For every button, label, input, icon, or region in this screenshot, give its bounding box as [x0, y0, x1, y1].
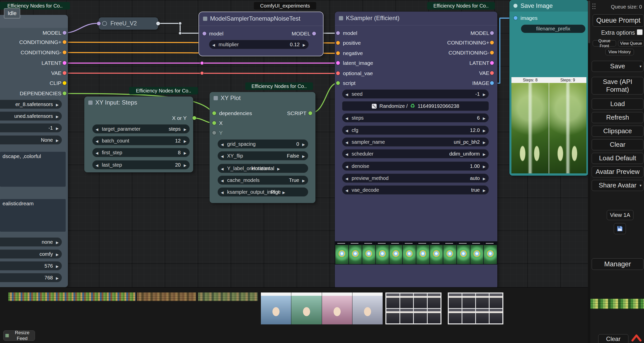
- collapse-box-icon[interactable]: [88, 101, 93, 105]
- tonemap-node[interactable]: ModelSamplerTonemapNoiseTest model MODEL…: [198, 12, 324, 56]
- increment-arrow[interactable]: [483, 187, 489, 193]
- decrement-arrow[interactable]: [218, 141, 224, 147]
- increment-arrow[interactable]: [302, 141, 308, 147]
- increment-arrow[interactable]: [184, 150, 190, 156]
- model-output-dot[interactable]: [312, 32, 316, 35]
- increment-arrow[interactable]: [483, 151, 489, 157]
- preview-thumbnail[interactable]: [389, 242, 403, 264]
- clipspace-button[interactable]: Clipspace: [592, 126, 643, 137]
- vae-name-widget[interactable]: uned.safetensors: [0, 112, 62, 121]
- ckpt-name-widget[interactable]: er_8.safetensors: [0, 100, 62, 109]
- conditioning-plus-output-dot[interactable]: [490, 41, 494, 44]
- xy-input-steps-node[interactable]: XY Input: Steps X or Y target_parameters…: [84, 96, 193, 172]
- increment-arrow[interactable]: [303, 42, 309, 47]
- feed-thumbnail[interactable]: [8, 292, 136, 301]
- save-api-format-button[interactable]: Save (APIFormat): [592, 77, 643, 94]
- model-input-dot[interactable]: [203, 32, 206, 35]
- latent-output-dot[interactable]: [490, 61, 494, 65]
- positive-prompt-textarea[interactable]: dscape, ,colorful: [0, 152, 66, 187]
- efficient-loader-node[interactable]: MODEL CONDITIONING+ CONDITIONING- LATENT…: [0, 15, 68, 287]
- vae-decode-widget[interactable]: vae_decodetrue: [342, 185, 489, 194]
- collapse-box-icon[interactable]: [203, 17, 207, 21]
- decrement-arrow[interactable]: [342, 187, 348, 193]
- decrement-arrow[interactable]: [218, 189, 224, 195]
- node-title-row[interactable]: ModelSamplerTonemapNoiseTest: [203, 15, 300, 22]
- view-queue-button[interactable]: View Queue: [618, 40, 644, 46]
- last-step-widget[interactable]: last_step20: [92, 160, 190, 169]
- multiplier-widget[interactable]: multiplier 0.12: [209, 40, 309, 49]
- feed-thumbnail[interactable]: [198, 292, 258, 301]
- node-title-row[interactable]: XY Input: Steps: [88, 99, 137, 106]
- increment-arrow[interactable]: [184, 138, 190, 144]
- decrement-arrow[interactable]: [92, 162, 98, 168]
- token-normalization-widget[interactable]: none: [0, 237, 62, 247]
- latent-output-dot[interactable]: [63, 61, 66, 65]
- preview-thumbnail[interactable]: [403, 242, 416, 264]
- conditioning-minus-output-dot[interactable]: [63, 51, 66, 54]
- increment-arrow[interactable]: [56, 125, 62, 131]
- conditioning-minus-output-dot[interactable]: [490, 51, 494, 55]
- feed-subimage[interactable]: [322, 292, 352, 324]
- preview-method-widget[interactable]: preview_methodauto: [342, 174, 489, 183]
- manager-button[interactable]: Manager: [592, 258, 643, 270]
- scrollbar-thumb[interactable]: [588, 1, 590, 43]
- seed-widget[interactable]: seed-1: [342, 89, 489, 99]
- increment-arrow[interactable]: [483, 163, 489, 169]
- feed-thumbnail[interactable]: [261, 292, 383, 324]
- increment-arrow[interactable]: [184, 126, 190, 132]
- increment-arrow[interactable]: [56, 263, 62, 269]
- save-button[interactable]: Save▾: [592, 61, 643, 72]
- increment-arrow[interactable]: [483, 175, 489, 181]
- chevron-down-icon[interactable]: ▾: [639, 183, 641, 188]
- collapse-box-icon[interactable]: [339, 16, 343, 20]
- batch-count-widget[interactable]: batch_count12: [92, 136, 190, 145]
- clip-output-dot[interactable]: [63, 81, 66, 85]
- refresh-button[interactable]: Refresh: [592, 112, 643, 123]
- empty-latent-height-widget[interactable]: 768: [0, 273, 62, 282]
- vae-output-dot[interactable]: [490, 71, 494, 75]
- feed-subimage[interactable]: [291, 292, 322, 324]
- node-title-row[interactable]: KSampler (Efficient): [339, 15, 399, 22]
- preview-thumbnail[interactable]: [443, 242, 456, 264]
- scheduler-widget[interactable]: schedulerddim_uniform: [342, 149, 489, 158]
- model-input-dot[interactable]: [97, 22, 101, 25]
- collapse-up-icon[interactable]: [631, 333, 642, 342]
- lora-name-widget[interactable]: None: [0, 135, 62, 144]
- feed-thumbnail[interactable]: [137, 292, 196, 301]
- decrement-arrow[interactable]: [209, 42, 215, 47]
- decrement-arrow[interactable]: [342, 127, 348, 133]
- images-input-dot[interactable]: [514, 16, 517, 20]
- canvas-scrollbar[interactable]: [588, 0, 590, 343]
- feed-subimage[interactable]: [352, 292, 383, 324]
- increment-arrow[interactable]: [56, 251, 62, 257]
- collapse-circle-icon[interactable]: [513, 4, 517, 8]
- extra-options-checkbox[interactable]: [637, 29, 642, 35]
- cfg-widget[interactable]: cfg12.0: [342, 126, 489, 135]
- increment-arrow[interactable]: [56, 113, 62, 119]
- preview-images[interactable]: [511, 83, 586, 173]
- preview-thumbnail[interactable]: [416, 242, 429, 264]
- preview-thumbnail[interactable]: [376, 242, 389, 264]
- save-workflow-icon-button[interactable]: [614, 223, 626, 234]
- queue-prompt-button[interactable]: Queue Prompt: [593, 14, 644, 27]
- increment-arrow[interactable]: [56, 239, 62, 245]
- preview-thumbnail[interactable]: [335, 242, 348, 264]
- increment-arrow[interactable]: [483, 115, 489, 121]
- grid-spacing-widget[interactable]: grid_spacing0: [218, 139, 308, 149]
- preview-thumbnail[interactable]: [362, 242, 375, 264]
- ksampler-node[interactable]: KSampler (Efficient) model positive nega…: [335, 12, 497, 289]
- avatar-preview-button[interactable]: Avatar Preview: [592, 166, 643, 177]
- decrement-arrow[interactable]: [342, 115, 348, 121]
- xy-flip-widget[interactable]: XY_flipFalse: [218, 151, 308, 160]
- increment-arrow[interactable]: [56, 275, 62, 281]
- conditioning-plus-output-dot[interactable]: [63, 40, 66, 44]
- collapse-toggle-icon[interactable]: [102, 21, 107, 26]
- denoise-widget[interactable]: denoise1.00: [342, 162, 489, 171]
- model-output-dot[interactable]: [490, 31, 494, 35]
- node-title-row[interactable]: XY Plot: [214, 94, 241, 102]
- dependencies-input-dot[interactable]: [212, 111, 216, 115]
- save-image-node[interactable]: Save Image images filename_prefix Steps:…: [509, 0, 588, 176]
- decrement-arrow[interactable]: [342, 175, 348, 181]
- increment-arrow[interactable]: [483, 139, 489, 145]
- y-input-dot[interactable]: [212, 131, 216, 135]
